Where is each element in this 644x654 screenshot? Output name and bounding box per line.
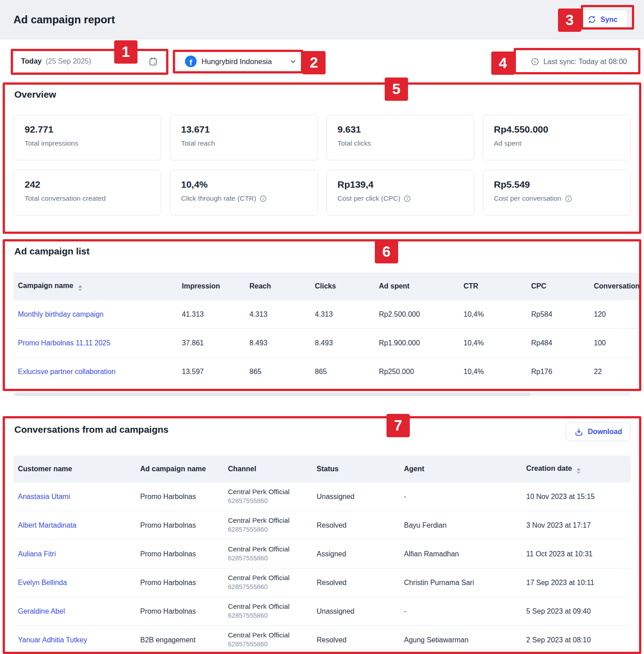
cell-agent: Bayu Ferdian bbox=[404, 521, 526, 529]
table-row: Geraldine AbelPromo HarbolnasCentral Per… bbox=[13, 597, 631, 626]
cell-ctr: 10,4% bbox=[464, 368, 531, 376]
column-header-customer-name: Customer name bbox=[18, 465, 140, 473]
cell-ctr: 10,4% bbox=[464, 310, 531, 318]
conversations-table: Customer nameAd campaign nameChannelStat… bbox=[13, 456, 631, 654]
customer-name-cell: Yanuar Adhitia Tutkey bbox=[18, 636, 140, 644]
info-icon[interactable] bbox=[404, 195, 411, 202]
customer-link[interactable]: Geraldine Abel bbox=[18, 607, 65, 615]
campaign-link[interactable]: Monthly birthday campaign bbox=[18, 310, 103, 318]
stat-card: 92.771Total impressions bbox=[13, 115, 161, 160]
column-header-status: Status bbox=[317, 465, 404, 473]
channel-name: Central Perk Official bbox=[228, 516, 317, 525]
cell-clicks: 4.313 bbox=[315, 310, 379, 318]
campaign-table-header: Campaign nameImpressionReachClicksAd spe… bbox=[13, 272, 640, 300]
cell-ctr: 10,4% bbox=[464, 339, 531, 347]
cell-cpc: Rp176 bbox=[531, 368, 594, 376]
chevron-down-icon bbox=[289, 58, 297, 65]
channel-number: 62857555860 bbox=[228, 640, 317, 649]
column-header-ctr: CTR bbox=[464, 282, 531, 290]
stat-value: 10,4% bbox=[181, 179, 306, 190]
customer-link[interactable]: Anastasia Utami bbox=[18, 493, 70, 500]
campaign-link[interactable]: Promo Harbolnas 11.11 2025 bbox=[18, 339, 111, 347]
column-header-channel: Channel bbox=[228, 465, 317, 473]
cell-agent: Agung Setiawarman bbox=[404, 636, 526, 644]
table-row: Monthly birthday campaign41.3134.3134.31… bbox=[13, 300, 640, 329]
cell-channel: Central Perk Official62857555860 bbox=[228, 573, 317, 591]
cell-impression: 37.861 bbox=[182, 339, 249, 347]
topbar: Ad campaign report Sync bbox=[0, 0, 644, 39]
stat-label: Ad spent bbox=[494, 139, 521, 147]
campaign-list-title: Ad campaign list bbox=[0, 240, 644, 257]
channel-number: 62857555860 bbox=[228, 497, 317, 506]
column-header-ad-campaign-name: Ad campaign name bbox=[140, 465, 228, 473]
table-row: Yanuar Adhitia TutkeyB2B engagementCentr… bbox=[13, 626, 631, 654]
info-icon[interactable] bbox=[565, 195, 572, 202]
campaign-list-section: Ad campaign list Campaign nameImpression… bbox=[0, 240, 644, 391]
campaign-table-body: Monthly birthday campaign41.3134.3134.31… bbox=[13, 300, 640, 386]
info-icon[interactable] bbox=[531, 57, 539, 66]
column-header-label: CTR bbox=[464, 282, 478, 290]
customer-link[interactable]: Yanuar Adhitia Tutkey bbox=[18, 636, 87, 644]
cell-status: Unassigned bbox=[317, 493, 404, 501]
channel-number: 62857555860 bbox=[228, 583, 317, 592]
column-header-label: Conversations bbox=[594, 282, 640, 290]
stat-card: 242Total conversation created bbox=[13, 170, 161, 215]
cell-conversations: 22 bbox=[594, 368, 640, 376]
last-sync-status: Last sync: Today at 08:00 bbox=[531, 57, 631, 66]
calendar-icon bbox=[148, 56, 158, 66]
channel-number: 62857555860 bbox=[228, 525, 317, 534]
channel-select-value: Hungrybird Indonesia bbox=[202, 57, 272, 66]
cell-cpc: Rp484 bbox=[531, 339, 594, 347]
stat-card: 13.671Total reach bbox=[170, 115, 318, 160]
stat-value: Rp139,4 bbox=[338, 179, 463, 190]
cell-channel: Central Perk Official62857555860 bbox=[228, 545, 317, 563]
column-header-reach: Reach bbox=[249, 282, 315, 290]
customer-name-cell: Geraldine Abel bbox=[18, 607, 140, 615]
conversations-table-body: Anastasia UtamiPromo HarbolnasCentral Pe… bbox=[13, 482, 631, 654]
table-row: Anastasia UtamiPromo HarbolnasCentral Pe… bbox=[13, 482, 631, 511]
download-button[interactable]: Download bbox=[566, 422, 631, 441]
stat-label-row: Total impressions bbox=[25, 139, 150, 147]
cell-campaign: B2B engagement bbox=[140, 636, 228, 644]
horizontal-scrollbar bbox=[13, 392, 631, 396]
customer-link[interactable]: Auliana Fitri bbox=[18, 550, 56, 558]
date-range-picker[interactable]: Today (25 Sep 2025) bbox=[13, 50, 166, 73]
customer-link[interactable]: Albert Martadinata bbox=[18, 521, 77, 529]
sort-icon[interactable] bbox=[572, 465, 580, 472]
customer-name-cell: Auliana Fitri bbox=[18, 550, 140, 558]
campaign-link[interactable]: Exlucisve partner collaboration bbox=[18, 368, 116, 375]
overview-title: Overview bbox=[0, 83, 644, 100]
cell-creation-date: 2 Sep 2023 at 08:10 bbox=[526, 636, 631, 644]
column-header-label: Agent bbox=[404, 465, 424, 473]
customer-link[interactable]: Evelyn Bellinda bbox=[18, 579, 67, 586]
cell-channel: Central Perk Official62857555860 bbox=[228, 602, 317, 620]
stat-card: Rp139,4Cost per click (CPC) bbox=[326, 170, 474, 215]
stat-label-row: Total reach bbox=[181, 139, 306, 147]
info-icon[interactable] bbox=[259, 195, 267, 202]
stat-value: Rp5.549 bbox=[494, 179, 619, 190]
cell-status: Unassigned bbox=[317, 607, 404, 615]
cell-cpc: Rp584 bbox=[531, 310, 594, 318]
column-header-creation-date[interactable]: Creation date bbox=[526, 465, 631, 474]
stat-label-row: Ad spent bbox=[494, 139, 619, 147]
channel-select[interactable]: f Hungrybird Indonesia bbox=[178, 51, 304, 72]
cell-agent: Christin Purnama Sari bbox=[404, 579, 526, 587]
last-sync-text: Last sync: Today at 08:00 bbox=[543, 57, 627, 66]
horizontal-scrollbar-thumb[interactable] bbox=[15, 392, 530, 396]
sort-icon[interactable] bbox=[73, 282, 82, 289]
stat-label: Total clicks bbox=[338, 139, 371, 147]
cell-reach: 4.313 bbox=[249, 310, 315, 318]
column-header-label: Reach bbox=[249, 282, 271, 290]
column-header-label: CPC bbox=[531, 282, 546, 290]
column-header-campaign-name[interactable]: Campaign name bbox=[18, 282, 182, 291]
cell-campaign: Promo Harbolnas bbox=[140, 521, 228, 529]
stat-value: 9.631 bbox=[338, 124, 463, 135]
sync-button[interactable]: Sync bbox=[577, 9, 628, 30]
column-header-impression: Impression bbox=[182, 282, 249, 290]
date-label: Today bbox=[21, 57, 42, 65]
column-header-label: Channel bbox=[228, 465, 256, 473]
table-row: Exlucisve partner collaboration13.597865… bbox=[13, 357, 640, 386]
cell-reach: 8.493 bbox=[249, 339, 315, 347]
stat-value: 242 bbox=[25, 179, 150, 190]
cell-campaign: Promo Harbolnas bbox=[140, 607, 228, 615]
